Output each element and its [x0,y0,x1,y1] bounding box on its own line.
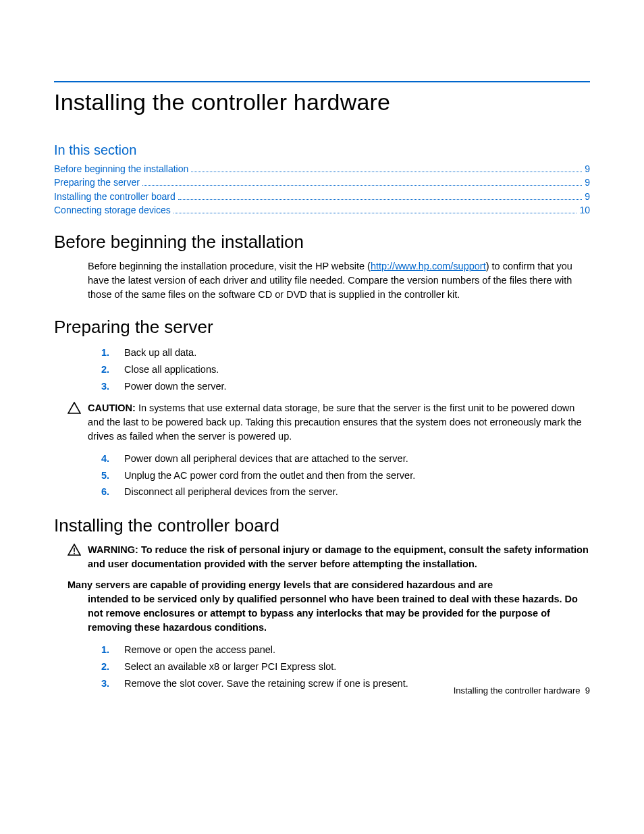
toc-leader-dots [142,177,582,186]
in-this-section-heading: In this section [54,142,590,158]
list-item: 2.Close all applications. [101,361,590,378]
list-item: 1.Remove or open the access panel. [101,642,590,658]
list-item: 6.Disconnect all peripheral devices from… [101,484,590,500]
text: Before beginning the installation proced… [88,261,371,271]
step-list: 1.Back up all data. 2.Close all applicat… [101,344,590,394]
step-list: 1.Remove or open the access panel. 2.Sel… [101,642,590,692]
step-number: 5. [101,467,109,484]
toc-row[interactable]: Installing the controller board 9 [54,190,590,203]
step-list: 4.Power down all peripheral devices that… [101,450,590,500]
text: intended to be serviced only by qualifie… [88,592,590,635]
top-rule [54,81,590,82]
list-item: 2.Select an available x8 or larger PCI E… [101,658,590,675]
toc: Before beginning the installation 9 Prep… [54,162,590,217]
step-number: 2. [101,658,109,675]
toc-leader-dots [191,163,582,172]
heading-preparing-server: Preparing the server [54,317,590,338]
step-number: 1. [101,642,109,658]
toc-label: Installing the controller board [54,190,176,203]
caution-label: CAUTION: [88,402,136,413]
list-item: 1.Back up all data. [101,344,590,361]
svg-point-1 [74,553,75,554]
warning-icon [68,544,84,558]
step-text: Select an available x8 or larger PCI Exp… [124,661,336,672]
page-title: Installing the controller hardware [54,89,590,115]
step-text: Remove the slot cover. Save the retainin… [124,678,408,689]
page-footer: Installing the controller hardware 9 [454,685,590,696]
hazard-paragraph: Many servers are capable of providing en… [68,578,590,635]
heading-before-beginning: Before beginning the installation [54,232,590,253]
footer-page-number: 9 [585,685,590,696]
caution-callout: CAUTION: In systems that use external da… [68,401,590,444]
warning-callout: WARNING: To reduce the risk of personal … [68,543,590,571]
step-text: Power down all peripheral devices that a… [124,453,408,464]
step-number: 3. [101,675,109,692]
step-text: Back up all data. [124,347,196,358]
warning-text: To reduce the risk of personal injury or… [88,544,589,569]
list-item: 4.Power down all peripheral devices that… [101,450,590,467]
step-text: Unplug the AC power cord from the outlet… [124,470,415,481]
step-number: 4. [101,450,109,467]
toc-row[interactable]: Connecting storage devices 10 [54,203,590,217]
step-text: Disconnect all peripheral devices from t… [124,486,338,497]
warning-label: WARNING: [88,544,138,555]
heading-installing-board: Installing the controller board [54,515,590,536]
caution-icon [68,402,84,417]
toc-leader-dots [173,204,577,213]
step-number: 2. [101,361,109,378]
step-text: Close all applications. [124,364,219,375]
step-text: Remove or open the access panel. [124,644,275,655]
text: Many servers are capable of providing en… [68,579,493,590]
footer-text: Installing the controller hardware [454,685,581,696]
toc-page: 9 [585,162,590,176]
toc-label: Connecting storage devices [54,203,171,217]
toc-page: 9 [585,176,590,189]
caution-text: In systems that use external data storag… [88,402,582,442]
step-number: 1. [101,344,109,361]
step-number: 3. [101,378,109,395]
toc-row[interactable]: Before beginning the installation 9 [54,162,590,176]
support-link[interactable]: http://www.hp.com/support [371,261,486,271]
paragraph: Before beginning the installation proced… [88,259,590,302]
list-item: 3.Power down the server. [101,378,590,395]
toc-label: Before beginning the installation [54,162,188,176]
toc-page: 9 [585,190,590,203]
toc-page: 10 [579,203,590,217]
toc-row[interactable]: Preparing the server 9 [54,176,590,189]
list-item: 5.Unplug the AC power cord from the outl… [101,467,590,484]
toc-leader-dots [178,190,582,200]
toc-label: Preparing the server [54,176,140,189]
step-text: Power down the server. [124,381,227,392]
step-number: 6. [101,484,109,500]
